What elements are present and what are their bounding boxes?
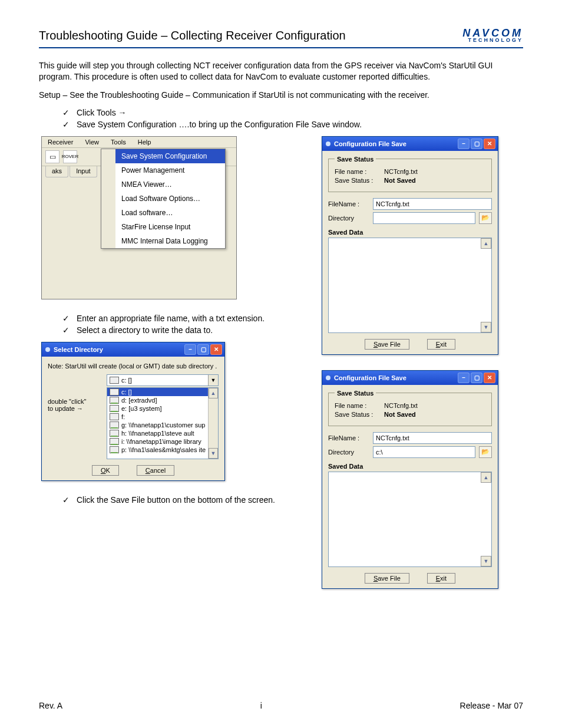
drive-label: i: \\fnanetapp1\image library: [121, 438, 201, 445]
menu-item-load-software[interactable]: Load software…: [101, 206, 225, 220]
drive-label: g: \\fnanetapp1\customer sup: [121, 421, 205, 429]
save-file-button[interactable]: Save File: [365, 339, 409, 350]
starutil-menu-window: Receiver View Tools Help ▭ ROVER aks Inp…: [41, 136, 237, 299]
save-file-button[interactable]: Save File: [365, 573, 409, 584]
step-item: Select a directory to write the data to.: [62, 325, 304, 335]
menu-item-nmea-viewer[interactable]: NMEA Viewer…: [101, 177, 225, 192]
savestatus-label: Save Status :: [335, 177, 381, 184]
window-title: Select Directory: [54, 346, 103, 353]
menubar: Receiver View Tools Help: [42, 137, 236, 148]
saved-data-heading: Saved Data: [328, 229, 492, 236]
drive-item[interactable]: f:: [107, 413, 218, 421]
menu-help[interactable]: Help: [132, 137, 157, 147]
exit-button[interactable]: Exit: [427, 339, 455, 350]
browse-folder-button[interactable]: 📂: [479, 212, 492, 224]
header-rule: [39, 47, 523, 48]
menu-view[interactable]: View: [79, 137, 105, 147]
saved-data-list[interactable]: ▲ ▼: [328, 472, 492, 567]
ok-button[interactable]: OK: [92, 465, 119, 476]
select-dir-note: Note: StarUtil will create (local or GMT…: [48, 361, 219, 374]
minimize-button[interactable]: –: [458, 373, 470, 383]
drive-icon: [110, 438, 119, 445]
menu-item-power-management[interactable]: Power Management: [101, 163, 225, 177]
scroll-down-icon[interactable]: ▼: [481, 322, 491, 332]
logo-top: NAVCOM: [462, 28, 523, 38]
menu-item-starfire-license-input[interactable]: StarFire License Input: [101, 220, 225, 234]
drive-list[interactable]: c: [] d: [extradvd] e: [u3 system] f: g:…: [107, 387, 219, 459]
drive-combo[interactable]: c: [] ▼: [107, 374, 219, 386]
tab-aks[interactable]: aks: [45, 166, 68, 177]
drive-item[interactable]: p: \\fna1\sales&mktg\sales ite: [107, 446, 218, 454]
saved-data-list[interactable]: ▲ ▼: [328, 238, 492, 333]
arrow-right-icon: →: [77, 405, 83, 412]
close-button[interactable]: ✕: [210, 344, 222, 355]
step-item: Save System Configuration ….to bring up …: [62, 120, 523, 129]
savestatus-value: Not Saved: [384, 411, 416, 418]
drive-icon: [110, 430, 119, 437]
menu-item-mmc-internal-data-logging[interactable]: MMC Internal Data Logging: [101, 234, 225, 248]
drive-label: d: [extradvd]: [121, 397, 157, 404]
drive-icon: [110, 377, 119, 384]
savestatus-label: Save Status :: [335, 411, 381, 418]
directory-input[interactable]: [373, 212, 475, 224]
cancel-button[interactable]: Cancel: [137, 465, 174, 476]
directory-label: Directory: [328, 449, 369, 456]
scroll-down-icon[interactable]: ▼: [209, 448, 218, 459]
scroll-up-icon[interactable]: ▲: [481, 238, 491, 249]
menu-tools[interactable]: Tools: [105, 137, 132, 147]
steps-mid: Enter an appropriate file name, with a t…: [39, 314, 304, 335]
new-file-icon[interactable]: ▭: [45, 150, 59, 163]
menu-item-load-software-options[interactable]: Load Software Options…: [101, 192, 225, 206]
logo-bottom: TECHNOLOGY: [462, 38, 523, 42]
filename-label: File name :: [335, 402, 381, 409]
drive-item[interactable]: e: [u3 system]: [107, 404, 218, 413]
config-file-save-window-b: Configuration File Save – ▢ ✕ Save Statu…: [322, 370, 498, 589]
select-directory-window: Select Directory – ▢ ✕ Note: StarUtil wi…: [41, 342, 225, 481]
filename-value: NCTcnfg.txt: [384, 168, 418, 175]
close-button[interactable]: ✕: [484, 139, 495, 149]
exit-button[interactable]: Exit: [427, 573, 455, 584]
step-item: Click the Save File button on the bottom…: [62, 495, 304, 505]
menu-item-save-system-configuration[interactable]: Save System Configuration: [101, 149, 225, 163]
setup-note: Setup – See the Troubleshooting Guide – …: [39, 90, 523, 101]
drive-item[interactable]: g: \\fnanetapp1\customer sup: [107, 421, 218, 429]
scroll-up-icon[interactable]: ▲: [209, 388, 218, 398]
drive-item[interactable]: d: [extradvd]: [107, 396, 218, 404]
page-footer: Rev. A i Release - Mar 07: [39, 701, 523, 710]
scroll-down-icon[interactable]: ▼: [481, 556, 491, 566]
minimize-button[interactable]: –: [184, 344, 196, 355]
chevron-down-icon[interactable]: ▼: [208, 375, 218, 386]
drive-item[interactable]: h: \\fnanetapp1\steve ault: [107, 429, 218, 437]
filename-input[interactable]: [373, 198, 492, 210]
step-item: Enter an appropriate file name, with a t…: [62, 314, 304, 323]
drive-label: e: [u3 system]: [121, 405, 161, 412]
close-button[interactable]: ✕: [484, 373, 495, 383]
menu-receiver[interactable]: Receiver: [42, 137, 79, 147]
drive-label: p: \\fna1\sales&mktg\sales ite: [121, 446, 206, 453]
rover-icon[interactable]: ROVER: [63, 150, 77, 163]
directory-input[interactable]: [373, 446, 475, 458]
footer-right: Release - Mar 07: [460, 701, 523, 710]
filename-input[interactable]: [373, 432, 492, 444]
drive-label: f:: [121, 413, 125, 420]
step-item: Click Tools →: [62, 108, 523, 117]
intro-paragraph: This guide will step you through collect…: [39, 60, 523, 83]
group-legend: Save Status: [335, 156, 376, 163]
filename-input-label: FileName :: [328, 434, 369, 442]
drive-item[interactable]: i: \\fnanetapp1\image library: [107, 437, 218, 446]
drive-combo-value: c: []: [121, 377, 132, 384]
hint-text: to update: [48, 405, 75, 412]
browse-folder-button[interactable]: 📂: [479, 446, 492, 458]
tab-input[interactable]: Input: [70, 166, 97, 177]
maximize-button[interactable]: ▢: [471, 373, 482, 383]
scrollbar[interactable]: ▲ ▼: [208, 388, 218, 459]
navcom-logo: NAVCOM TECHNOLOGY: [462, 28, 523, 42]
app-icon: [326, 141, 330, 146]
drive-item[interactable]: c: []: [107, 388, 218, 396]
scroll-up-icon[interactable]: ▲: [481, 472, 491, 483]
window-title: Configuration File Save: [334, 374, 406, 381]
maximize-button[interactable]: ▢: [471, 139, 482, 149]
drive-icon: [110, 446, 119, 453]
minimize-button[interactable]: –: [458, 139, 470, 149]
maximize-button[interactable]: ▢: [197, 344, 209, 355]
